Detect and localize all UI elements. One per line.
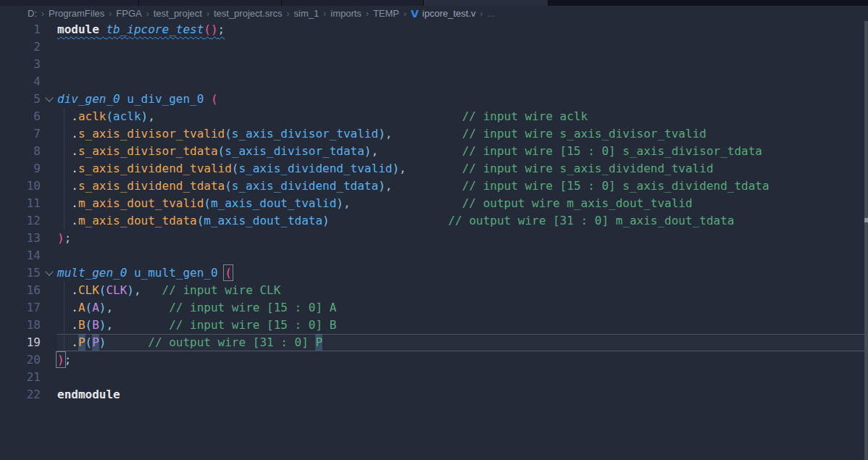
code-line-17[interactable]: 17 .A(A), // input wire [15 : 0] A: [0, 299, 868, 317]
line-number: 11: [0, 195, 41, 212]
code-line-10[interactable]: 10 .s_axis_dividend_tdata(s_axis_dividen…: [0, 177, 868, 195]
line-number: 15: [0, 264, 41, 282]
line-number: 21: [0, 369, 41, 386]
breadcrumb-item-temp[interactable]: TEMP: [373, 8, 399, 19]
line-number: 7: [0, 125, 41, 143]
code-token: [57, 196, 71, 210]
code-token: s_axis_dividend_tdata: [232, 179, 378, 193]
code-line-13[interactable]: 13);: [0, 230, 868, 247]
code-token: // output wire [31 : 0] m_axis_dout_tdat…: [448, 214, 734, 227]
fold-chevron-down-icon[interactable]: [41, 264, 57, 282]
code-token: ): [57, 353, 64, 367]
chevron-right-icon: ›: [366, 9, 369, 19]
code-token: [57, 283, 71, 297]
line-number: 13: [0, 230, 41, 247]
tab-1[interactable]: [0, 0, 139, 6]
code-token: u_div_gen_0: [127, 92, 204, 106]
code-token: [57, 144, 71, 158]
code-token: [57, 127, 71, 141]
code-token: [204, 92, 211, 106]
code-line-19[interactable]: 19 .P(P) // output wire [31 : 0] P: [0, 334, 868, 351]
code-token: (: [85, 301, 93, 314]
code-line-6[interactable]: 6 .aclk(aclk), // input wire aclk: [0, 108, 868, 125]
code-line-14[interactable]: 14: [0, 247, 868, 264]
code-line-3[interactable]: 3: [0, 56, 868, 73]
code-line-16[interactable]: 16 .CLK(CLK), // input wire CLK: [0, 282, 868, 299]
code-token: .: [71, 214, 78, 227]
code-token: s_axis_divisor_tvalid: [78, 127, 225, 141]
code-token: B: [92, 318, 99, 332]
code-token: [57, 301, 71, 314]
breadcrumb-item-sim1[interactable]: sim_1: [294, 8, 320, 19]
code-line-2[interactable]: 2: [0, 38, 868, 56]
code-line-22[interactable]: 22endmodule: [0, 386, 868, 403]
code-token: [155, 109, 462, 123]
code-token: ,: [134, 283, 141, 297]
fold-chevron-down-icon[interactable]: [41, 91, 57, 108]
code-token: [378, 144, 462, 158]
code-token: ;: [64, 231, 72, 245]
code-line-20[interactable]: 20);: [0, 351, 868, 369]
code-line-1[interactable]: 1module tb_ipcore_test();: [0, 21, 868, 38]
code-token: P: [78, 335, 85, 349]
code-token: ,: [399, 162, 406, 175]
chevron-right-icon: ›: [146, 9, 149, 19]
code-lines: 1module tb_ipcore_test();2345div_gen_0 u…: [0, 21, 868, 403]
breadcrumb: D: › ProgramFiles › FPGA › test_project …: [0, 6, 868, 21]
code-token: .: [71, 144, 78, 158]
code-token: ,: [106, 318, 113, 332]
code-line-7[interactable]: 7 .s_axis_divisor_tvalid(s_axis_divisor_…: [0, 125, 868, 143]
code-line-5[interactable]: 5div_gen_0 u_div_gen_0 (: [0, 91, 868, 108]
code-token: mult_gen_0: [57, 266, 127, 280]
code-text: div_gen_0 u_div_gen_0 (: [57, 92, 218, 106]
line-number: 18: [0, 317, 41, 334]
code-text: .s_axis_dividend_tdata(s_axis_dividend_t…: [57, 179, 769, 193]
code-line-9[interactable]: 9 .s_axis_dividend_tvalid(s_axis_dividen…: [0, 160, 868, 177]
chevron-right-icon: ›: [323, 9, 326, 19]
code-text: mult_gen_0 u_mult_gen_0 (: [57, 266, 232, 280]
tab-3[interactable]: [282, 0, 424, 6]
code-text: .s_axis_divisor_tvalid(s_axis_divisor_tv…: [57, 127, 706, 141]
code-line-12[interactable]: 12 .m_axis_dout_tdata(m_axis_dout_tdata)…: [0, 212, 868, 230]
code-token: [120, 92, 128, 106]
breadcrumb-item-filename[interactable]: ipcore_test.v: [422, 8, 476, 19]
code-token: (: [204, 196, 211, 210]
code-text: .P(P) // output wire [31 : 0] P: [57, 335, 322, 349]
overview-ruler-scrollbar[interactable]: [864, 21, 868, 460]
code-editor[interactable]: 1module tb_ipcore_test();2345div_gen_0 u…: [0, 21, 868, 460]
code-line-18[interactable]: 18 .B(B), // input wire [15 : 0] B: [0, 317, 868, 334]
code-token: // input wire [15 : 0] B: [169, 318, 336, 332]
breadcrumb-symbol-path[interactable]: ...: [488, 8, 496, 19]
code-line-8[interactable]: 8 .s_axis_divisor_tdata(s_axis_divisor_t…: [0, 143, 868, 160]
breadcrumb-item-programfiles[interactable]: ProgramFiles: [49, 8, 104, 19]
code-token: s_axis_divisor_tdata: [225, 144, 364, 158]
code-line-11[interactable]: 11 .m_axis_dout_tvalid(m_axis_dout_tvali…: [0, 195, 868, 212]
code-text: endmodule: [57, 388, 120, 401]
code-token: CLK: [78, 283, 99, 297]
code-token: div_gen_0: [57, 92, 120, 106]
breadcrumb-item-drive[interactable]: D:: [28, 8, 37, 19]
code-token: [392, 179, 462, 193]
code-line-4[interactable]: 4: [0, 73, 868, 91]
code-line-15[interactable]: 15mult_gen_0 u_mult_gen_0 (: [0, 264, 868, 282]
line-number: 3: [0, 56, 41, 73]
breadcrumb-item-fpga[interactable]: FPGA: [116, 8, 141, 19]
chevron-right-icon: ›: [480, 9, 483, 19]
code-token: m_axis_dout_tvalid: [78, 196, 204, 210]
breadcrumb-item-srcs[interactable]: test_project.srcs: [214, 8, 283, 19]
code-token: B: [78, 318, 85, 332]
tab-2[interactable]: [139, 0, 282, 6]
breadcrumb-item-imports[interactable]: imports: [330, 8, 362, 19]
tab-bar: [0, 0, 868, 6]
code-token: ,: [148, 109, 155, 123]
breadcrumb-item-test-project[interactable]: test_project: [154, 8, 202, 19]
code-text: .aclk(aclk), // input wire aclk: [57, 109, 588, 123]
code-token: (: [99, 283, 107, 297]
code-line-21[interactable]: 21: [0, 369, 868, 386]
info-squiggle-underline: module tb_ipcore_test();: [57, 22, 225, 36]
code-token: aclk: [78, 109, 107, 123]
tab-active-ipcore-test[interactable]: [424, 0, 548, 6]
code-token: // input wire [15 : 0] s_axis_dividend_t…: [462, 179, 769, 193]
code-token: P: [315, 335, 322, 349]
line-number: 6: [0, 108, 41, 125]
